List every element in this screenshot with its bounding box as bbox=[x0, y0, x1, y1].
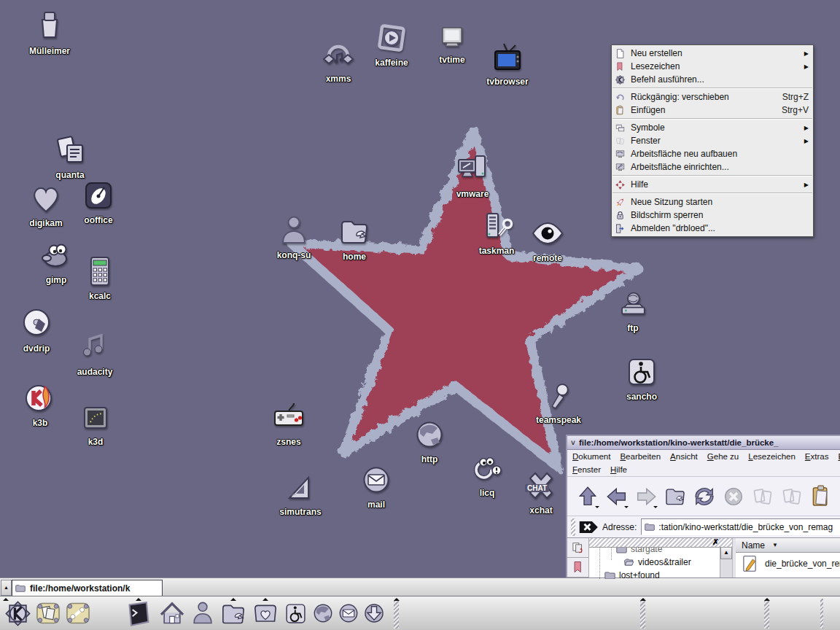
menu-item-neue-sitzung[interactable]: Neue Sitzung starten bbox=[612, 195, 813, 209]
launcher-toolbox[interactable] bbox=[64, 599, 92, 627]
menu-item-neu-erstellen[interactable]: Neu erstellen▶ bbox=[612, 47, 813, 60]
desktop-icon-remote[interactable]: remote bbox=[518, 216, 577, 264]
gamepad-icon bbox=[271, 400, 306, 435]
mail-circle-icon bbox=[336, 601, 361, 626]
desktop-icon-kaffeine[interactable]: kaffeine bbox=[362, 20, 421, 69]
menu-hilfe[interactable]: Hilfe bbox=[610, 465, 627, 474]
logout-icon bbox=[615, 223, 626, 234]
home-button[interactable] bbox=[661, 481, 690, 513]
desktop-icon-ooffice[interactable]: ooffice bbox=[69, 178, 128, 226]
desktop-icon-mail[interactable]: mail bbox=[347, 462, 405, 510]
menu-item-einfuegen[interactable]: EinfügenStrg+V bbox=[612, 104, 813, 117]
desktop-icon-licq[interactable]: licq bbox=[458, 451, 516, 499]
address-input[interactable]: :tation/kino-werkstatt/die_brücke_von_re… bbox=[641, 518, 840, 535]
k-menu-button[interactable] bbox=[4, 599, 32, 628]
desktop-icon-k3b[interactable]: k3b bbox=[11, 381, 69, 429]
desktop-icon-tvbrowser[interactable]: tvbrowser bbox=[478, 39, 537, 88]
file-row[interactable]: die_brücke_von_rem bbox=[736, 553, 840, 575]
forward-arrow-icon bbox=[634, 484, 658, 509]
window-titlebar[interactable]: ˅ file:/home/workstation/kino-werkstatt/… bbox=[567, 436, 840, 450]
desktop-icon-k3d[interactable]: k3d bbox=[66, 400, 125, 448]
desktop-icon-konq-su[interactable]: konq-su bbox=[265, 213, 323, 261]
menu-item-abmelden[interactable]: Abmelden "drbloed"... bbox=[612, 222, 813, 235]
paste-button[interactable] bbox=[806, 481, 836, 513]
desktop-icon-audacity[interactable]: audacity bbox=[66, 330, 124, 378]
sidebar-tab-history[interactable] bbox=[567, 538, 588, 558]
menu-item-fenster[interactable]: Fenster▶ bbox=[612, 134, 813, 147]
launcher-home[interactable] bbox=[158, 599, 187, 629]
sidebar-tab-bookmarks[interactable] bbox=[567, 558, 588, 578]
desktop-icon-taskman[interactable]: taskman bbox=[467, 209, 526, 257]
globe-icon bbox=[412, 417, 447, 452]
desktop-icon-dvdrip[interactable]: dvdrip bbox=[7, 306, 66, 354]
submenu-arrow-icon: ▶ bbox=[801, 182, 809, 188]
menu-ansicht[interactable]: Ansicht bbox=[670, 452, 698, 461]
print-button[interactable] bbox=[836, 481, 840, 513]
menu-item-befehl-ausfuehren[interactable]: Befehl ausführen... bbox=[612, 73, 813, 86]
desktop-icon-label: Mülleimer bbox=[29, 47, 70, 56]
menu-fenster[interactable]: Fenster bbox=[572, 465, 601, 474]
desktop-icon-home[interactable]: home bbox=[325, 214, 384, 262]
launcher-mail[interactable] bbox=[336, 601, 361, 626]
menu-item-arbeitsflaeche-einrichten[interactable]: Arbeitsfläche einrichten... bbox=[612, 160, 813, 174]
launcher-browser[interactable] bbox=[311, 601, 335, 626]
stop-button[interactable] bbox=[719, 481, 748, 513]
submenu-arrow-icon: ▶ bbox=[801, 125, 809, 131]
desktop-icon-http[interactable]: http bbox=[400, 417, 459, 465]
copy-button[interactable] bbox=[777, 481, 806, 513]
window-shade-icon[interactable]: ˅ bbox=[567, 439, 579, 447]
forward-button[interactable] bbox=[631, 481, 661, 513]
close-panel-icon[interactable]: ✗ bbox=[712, 538, 719, 547]
menu-item-bildschirm-sperren[interactable]: Bildschirm sperren bbox=[612, 209, 813, 222]
desktop-icon-sancho[interactable]: sancho bbox=[612, 354, 671, 402]
desktop-icon-simutrans[interactable]: simutrans bbox=[271, 470, 330, 518]
desktop-icon-digikam[interactable]: digikam bbox=[17, 181, 75, 229]
menu-item-arbeitsflaeche-neu-aufbauen[interactable]: Arbeitsfläche neu aufbauen bbox=[612, 147, 813, 160]
clock-handle[interactable] bbox=[764, 599, 769, 629]
desktop-icon-quanta[interactable]: quanta bbox=[41, 133, 99, 181]
desktop-icon-ftp[interactable]: ftp bbox=[604, 290, 662, 334]
launcher-accessibility[interactable] bbox=[283, 601, 308, 626]
launcher-documents[interactable] bbox=[34, 599, 62, 627]
launcher-folder[interactable] bbox=[219, 599, 248, 629]
up-button[interactable] bbox=[573, 481, 602, 513]
tree-item-videos-trailer[interactable]: videos&trailer bbox=[589, 556, 732, 569]
menu-bearbeiten[interactable]: Bearbeiten bbox=[620, 452, 661, 461]
taskbar-hide-button[interactable]: ▲ bbox=[1, 580, 12, 596]
reload-button[interactable] bbox=[690, 481, 719, 513]
launcher-user[interactable] bbox=[189, 599, 217, 627]
end-handle[interactable] bbox=[820, 599, 823, 629]
desktop-root: { "desktop": { "bg": "#6a6784", "wallpap… bbox=[0, 0, 840, 630]
desktop-icon-teamspeak[interactable]: teamspeak bbox=[529, 382, 588, 426]
desktop-icon-kcalc[interactable]: kcalc bbox=[71, 254, 129, 302]
eye-icon bbox=[530, 216, 565, 251]
pager-handle[interactable] bbox=[394, 599, 399, 629]
task-button-konqueror[interactable]: file:/home/workstation/k bbox=[12, 580, 163, 596]
desktop-icon-zsnes[interactable]: zsnes bbox=[260, 400, 318, 448]
desktop-icon-xmms[interactable]: xmms bbox=[309, 36, 368, 85]
cut-button[interactable] bbox=[748, 481, 777, 513]
launcher-download[interactable] bbox=[362, 601, 386, 626]
clear-location-button[interactable] bbox=[578, 519, 599, 535]
menu-item-hilfe[interactable]: Hilfe▶ bbox=[612, 178, 813, 191]
addressbar-handle[interactable] bbox=[571, 518, 575, 536]
menu-item-rueckgaengig[interactable]: Rückgängig: verschiebenStrg+Z bbox=[612, 90, 813, 104]
menu-extras[interactable]: Extras bbox=[805, 452, 829, 461]
tree-panel-header[interactable]: ✗ bbox=[589, 538, 732, 548]
desktop-icon-muelleimer[interactable]: Mülleimer bbox=[20, 9, 79, 57]
launcher-heart-folder[interactable] bbox=[251, 599, 280, 629]
menu-item-lesezeichen[interactable]: Lesezeichen▶ bbox=[612, 60, 813, 73]
menu-dokument[interactable]: Dokument bbox=[572, 452, 610, 461]
back-button[interactable] bbox=[602, 481, 631, 513]
column-header-name[interactable]: Name ▼ bbox=[736, 538, 840, 553]
desktop-icon-tvtime[interactable]: tvtime bbox=[423, 22, 481, 66]
tree-item-lost-found[interactable]: lost+found bbox=[589, 569, 732, 579]
menu-item-symbole[interactable]: Symbole▶ bbox=[612, 121, 813, 134]
tray-handle[interactable] bbox=[640, 599, 645, 629]
menu-lesezeichen[interactable]: Lesezeichen bbox=[748, 452, 796, 461]
menu-gehe-zu[interactable]: Gehe zu bbox=[707, 452, 739, 461]
desktop-icon-xchat[interactable]: CHATxchat bbox=[512, 468, 570, 516]
desktop-icon-vmware[interactable]: vmware bbox=[443, 152, 502, 200]
user-icon bbox=[276, 213, 311, 248]
launcher-konsole[interactable] bbox=[124, 599, 153, 629]
